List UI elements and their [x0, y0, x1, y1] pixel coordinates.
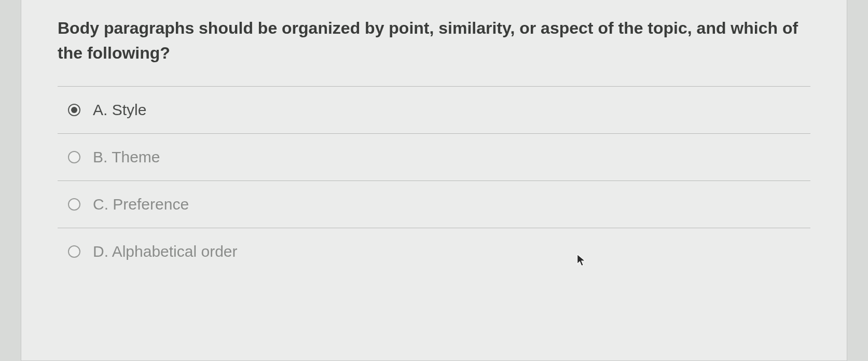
- option-row-c[interactable]: C. Preference: [58, 180, 810, 228]
- radio-b[interactable]: [68, 151, 80, 163]
- radio-a[interactable]: [68, 104, 80, 116]
- option-label-a: A. Style: [93, 101, 146, 119]
- question-text: Body paragraphs should be organized by p…: [21, 0, 847, 86]
- option-label-d: D. Alphabetical order: [93, 243, 238, 260]
- options-container: A. Style B. Theme C. Preference D. Alpha…: [21, 86, 847, 275]
- radio-c[interactable]: [68, 198, 80, 211]
- option-row-d[interactable]: D. Alphabetical order: [58, 228, 810, 275]
- option-row-b[interactable]: B. Theme: [58, 133, 810, 180]
- option-label-b: B. Theme: [93, 148, 160, 166]
- question-card: Body paragraphs should be organized by p…: [21, 0, 847, 361]
- radio-d[interactable]: [68, 245, 80, 258]
- option-label-c: C. Preference: [93, 196, 189, 213]
- option-row-a[interactable]: A. Style: [58, 86, 810, 133]
